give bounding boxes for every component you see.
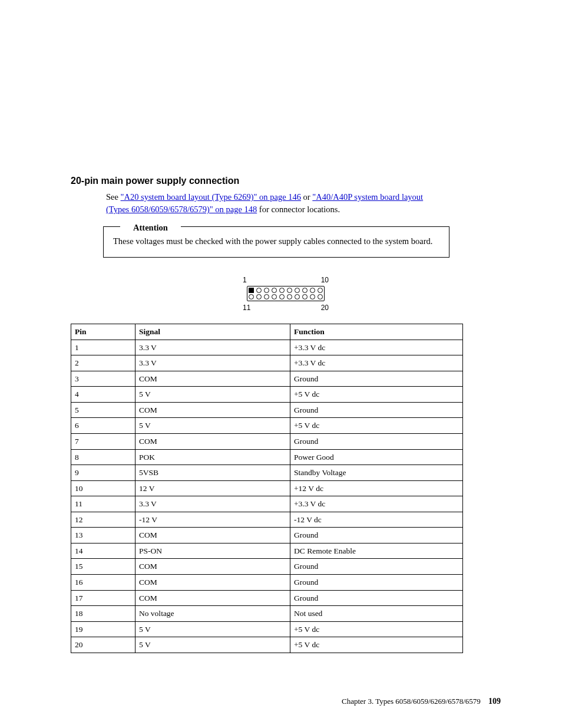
cell-pin: 19 — [71, 621, 135, 637]
table-row: 7COMGround — [71, 433, 463, 449]
table-row: 13COMGround — [71, 528, 463, 543]
table-row: 3COMGround — [71, 371, 463, 387]
cell-function: Not used — [290, 606, 463, 622]
cell-signal: 5 V — [135, 621, 290, 637]
connector-pin-icon — [310, 288, 315, 293]
col-header-function: Function — [290, 324, 463, 340]
table-row: 95VSBStandby Voltage — [71, 465, 463, 481]
table-row: 65 V+5 V dc — [71, 418, 463, 434]
cell-pin: 11 — [71, 496, 135, 512]
connector-pin-icon — [318, 294, 323, 299]
cell-signal: COM — [135, 575, 290, 591]
cell-function: +3.3 V dc — [290, 355, 463, 371]
connector-pin-icon — [310, 294, 315, 299]
table-row: 1012 V+12 V dc — [71, 480, 463, 496]
connector-pin-icon — [279, 294, 285, 299]
cell-function: +3.3 V dc — [290, 496, 463, 512]
table-row: 45 V+5 V dc — [71, 387, 463, 403]
cell-function: Ground — [290, 402, 463, 418]
link-a40-layout-line1[interactable]: "A40/A40P system board layout — [312, 192, 423, 202]
connector-pin-icon — [249, 294, 254, 299]
table-row: 16COMGround — [71, 575, 463, 591]
intro-paragraph: See "A20 system board layout (Type 6269)… — [106, 191, 501, 216]
cell-pin: 1 — [71, 340, 135, 355]
cell-function: +5 V dc — [290, 637, 463, 653]
connector-pin-icon — [295, 288, 300, 293]
connector-pin-icon — [302, 288, 308, 293]
cell-pin: 10 — [71, 480, 135, 496]
cell-function: Ground — [290, 528, 463, 543]
cell-pin: 18 — [71, 606, 135, 622]
cell-signal: COM — [135, 371, 290, 387]
cell-signal: 3.3 V — [135, 355, 290, 371]
cell-pin: 13 — [71, 528, 135, 543]
page-footer: Chapter 3. Types 6058/6059/6269/6578/657… — [342, 696, 501, 707]
cell-signal: COM — [135, 402, 290, 418]
cell-function: +5 V dc — [290, 387, 463, 403]
section-heading: 20-pin main power supply connection — [71, 174, 501, 187]
table-header-row: Pin Signal Function — [71, 324, 463, 340]
table-row: 13.3 V+3.3 V dc — [71, 340, 463, 355]
intro-see: See — [106, 192, 121, 202]
table-row: 18No voltageNot used — [71, 606, 463, 622]
connector-pin-icon — [272, 294, 277, 299]
connector-pin-icon — [287, 294, 292, 299]
link-a20-layout[interactable]: "A20 system board layout (Type 6269)" on… — [121, 192, 301, 202]
cell-function: +12 V dc — [290, 480, 463, 496]
pinout-table: Pin Signal Function 13.3 V+3.3 V dc23.3 … — [71, 324, 463, 653]
cell-pin: 20 — [71, 637, 135, 653]
footer-chapter: Chapter 3. Types 6058/6059/6269/6578/657… — [342, 697, 481, 706]
link-a40-layout-line2[interactable]: (Types 6058/6059/6578/6579)" on page 148 — [106, 205, 257, 214]
cell-signal: POK — [135, 449, 290, 465]
connector-pin-icon — [264, 294, 269, 299]
cell-function: Ground — [290, 590, 463, 606]
cell-signal: -12 V — [135, 512, 290, 528]
cell-pin: 16 — [71, 575, 135, 591]
col-header-signal: Signal — [135, 324, 290, 340]
cell-function: Ground — [290, 559, 463, 575]
cell-signal: 5 V — [135, 418, 290, 434]
connector-pin-icon — [279, 288, 285, 293]
connector-label-1: 1 — [243, 275, 247, 285]
cell-signal: 5 V — [135, 387, 290, 403]
cell-function: Ground — [290, 371, 463, 387]
cell-function: DC Remote Enable — [290, 543, 463, 559]
cell-function: +5 V dc — [290, 418, 463, 434]
col-header-pin: Pin — [71, 324, 135, 340]
cell-pin: 12 — [71, 512, 135, 528]
connector-pin-icon — [256, 288, 262, 293]
table-row: 113.3 V+3.3 V dc — [71, 496, 463, 512]
cell-signal: PS-ON — [135, 543, 290, 559]
footer-pagenum: 109 — [488, 697, 501, 706]
connector-label-11: 11 — [243, 303, 250, 313]
cell-function: Standby Voltage — [290, 465, 463, 481]
cell-function: +5 V dc — [290, 621, 463, 637]
cell-function: Ground — [290, 433, 463, 449]
attention-text: These voltages must be checked with the … — [113, 236, 432, 246]
cell-pin: 2 — [71, 355, 135, 371]
cell-signal: 5VSB — [135, 465, 290, 481]
intro-or: or — [301, 192, 312, 202]
cell-pin: 6 — [71, 418, 135, 434]
cell-pin: 5 — [71, 402, 135, 418]
connector-pin-icon — [302, 294, 308, 299]
cell-signal: No voltage — [135, 606, 290, 622]
table-row: 15COMGround — [71, 559, 463, 575]
cell-signal: 3.3 V — [135, 340, 290, 355]
cell-signal: 12 V — [135, 480, 290, 496]
cell-signal: COM — [135, 559, 290, 575]
table-row: 205 V+5 V dc — [71, 637, 463, 653]
cell-signal: COM — [135, 590, 290, 606]
cell-function: Power Good — [290, 449, 463, 465]
attention-box: Attention These voltages must be checked… — [103, 226, 449, 258]
table-row: 14PS-ONDC Remote Enable — [71, 543, 463, 559]
cell-pin: 8 — [71, 449, 135, 465]
cell-function: Ground — [290, 575, 463, 591]
table-row: 12-12 V-12 V dc — [71, 512, 463, 528]
connector-pin-icon — [295, 294, 300, 299]
connector-body — [247, 286, 325, 301]
cell-function: -12 V dc — [290, 512, 463, 528]
table-row: 23.3 V+3.3 V dc — [71, 355, 463, 371]
cell-pin: 17 — [71, 590, 135, 606]
connector-pin-icon — [318, 288, 323, 293]
